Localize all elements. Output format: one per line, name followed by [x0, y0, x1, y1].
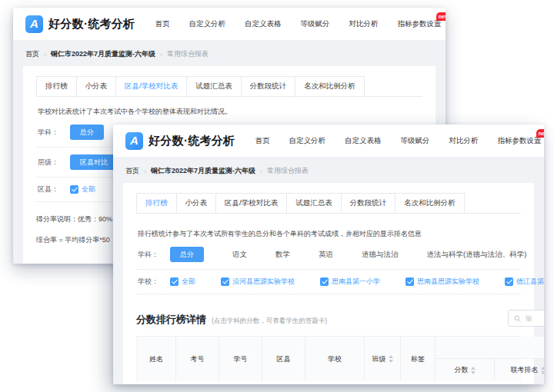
breadcrumb-exam[interactable]: 铜仁市2022年7月质量监测-六年级 — [151, 166, 255, 176]
report-tabbar: 排行榜 小分表 区县/学校对比表 试题汇总表 分数段统计 名次和比例分析 — [136, 193, 521, 214]
tab-small-score[interactable]: 小分表 — [76, 76, 116, 96]
subject-total-button[interactable]: 总分 — [170, 247, 204, 262]
subject-morality-science[interactable]: 道法与科学(道德与法治、科学) — [427, 250, 527, 260]
nav-item-custom-table[interactable]: 自定义表格 — [345, 136, 382, 146]
column-header-joint-rank-label: 联考排名 — [511, 365, 539, 375]
score-column-group: 分数 联考排名 — [436, 337, 544, 381]
app-logo-icon: A — [25, 15, 43, 33]
school-label-dejiang: 德江县第一 — [516, 277, 544, 287]
student-search-box[interactable] — [508, 310, 544, 327]
tab-description: 排行榜统计参与了本次考试所有学生的总分和各个单科的考试成绩，并相对应的显示排名信… — [138, 229, 519, 239]
tab-score-segment[interactable]: 分数段统计 — [341, 193, 395, 213]
nav-item-custom-analysis[interactable]: 自定义分析 — [189, 19, 225, 29]
app-logo-icon: A — [125, 132, 143, 150]
section-head: 分数排行榜详情 (点击学科的分数，可查看学生的答题卡) — [136, 313, 521, 327]
tab-ranking[interactable]: 排行榜 — [36, 76, 76, 96]
subject-math[interactable]: 数学 — [275, 250, 290, 260]
subject-label: 学科： — [38, 128, 70, 138]
main-nav: 首页 自定义分析 自定义表格 等级赋分 对比分析 指标参数设置 new — [255, 136, 541, 146]
breadcrumb-separator-icon: › — [260, 168, 262, 175]
breadcrumb-separator-icon: › — [44, 51, 46, 58]
sort-icon[interactable] — [471, 367, 476, 374]
breadcrumb: 首页 › 铜仁市2022年7月质量监测-六年级 › 常用综合报表 — [123, 164, 534, 176]
column-header-class-label: 班级 — [372, 354, 386, 364]
district-label: 区县： — [38, 184, 70, 194]
subject-english[interactable]: 英语 — [319, 250, 333, 260]
checkbox-checked-icon — [320, 277, 329, 286]
checkbox-checked-icon — [170, 277, 179, 286]
school-check-list: 全部 沿河县思源实验学校 思南县第一小学 思南县思源实验学校 — [170, 277, 544, 287]
school-label-sinan-first: 思南县第一小学 — [332, 277, 380, 287]
column-header-name: 姓名 — [137, 337, 176, 381]
search-input[interactable] — [524, 314, 544, 323]
column-header-joint-rank[interactable]: 联考排名 — [495, 359, 544, 381]
subject-total-button[interactable]: 总分 — [70, 125, 104, 140]
school-filter-row: 学校： 全部 沿河县思源实验学校 思南县第一小学 — [136, 270, 521, 294]
tab-question-summary[interactable]: 试题汇总表 — [186, 76, 241, 96]
breadcrumb-separator-icon: › — [144, 168, 146, 175]
new-badge: new — [536, 129, 544, 138]
nav-item-params[interactable]: 指标参数设置 new — [397, 19, 441, 29]
nav-item-compare[interactable]: 对比分析 — [349, 19, 378, 29]
breadcrumb: 首页 › 铜仁市2022年7月质量监测-六年级 › 常用综合报表 — [23, 48, 436, 59]
column-header-tag: 标签 — [401, 337, 436, 381]
column-header-class[interactable]: 班级 — [365, 337, 401, 381]
brand-title: 好分数·统考分析 — [149, 134, 235, 148]
column-header-score-label: 分数 — [455, 365, 469, 375]
nav-item-compare[interactable]: 对比分析 — [449, 136, 478, 146]
score-group-header — [436, 337, 544, 359]
checkbox-checked-icon — [405, 277, 414, 286]
tab-rank-ratio[interactable]: 名次和比例分析 — [295, 76, 365, 96]
tab-question-summary[interactable]: 试题汇总表 — [286, 193, 341, 213]
logo-letter: A — [130, 134, 138, 147]
tab-rank-ratio[interactable]: 名次和比例分析 — [395, 193, 465, 213]
nav-item-custom-table[interactable]: 自定义表格 — [245, 19, 282, 29]
school-all-label: 全部 — [182, 277, 195, 287]
district-all-label: 全部 — [82, 184, 95, 194]
nav-item-grade-assign[interactable]: 等级赋分 — [300, 19, 329, 29]
page-body: 首页 › 铜仁市2022年7月质量监测-六年级 › 常用综合报表 排行榜 小分表… — [113, 157, 544, 384]
school-checkbox-dejiang[interactable]: 德江县第一 — [505, 277, 544, 287]
tab-small-score[interactable]: 小分表 — [176, 193, 216, 213]
school-all-checkbox[interactable]: 全部 — [170, 277, 195, 287]
score-group-subheader: 分数 联考排名 — [436, 359, 544, 381]
school-checkbox-sinan-first[interactable]: 思南县第一小学 — [320, 277, 380, 287]
report-tabbar: 排行榜 小分表 区县/学校对比表 试题汇总表 分数段统计 名次和比例分析 — [36, 76, 422, 97]
breadcrumb-home[interactable]: 首页 — [25, 49, 39, 59]
subject-chinese[interactable]: 语文 — [232, 250, 247, 260]
subject-list: 总分 语文 数学 英语 道德与法治 道法与科学(道德与法治、科学) — [170, 247, 526, 262]
school-checkbox-yanhe[interactable]: 沿河县思源实验学校 — [221, 277, 295, 287]
tab-ranking[interactable]: 排行榜 — [136, 193, 176, 213]
nav-item-home[interactable]: 首页 — [255, 136, 269, 146]
tab-district-school-compare[interactable]: 区县/学校对比表 — [115, 76, 186, 96]
level-district-compare-button[interactable]: 区县对比 — [70, 154, 118, 170]
breadcrumb-home[interactable]: 首页 — [125, 166, 139, 176]
nav-item-params[interactable]: 指标参数设置 new — [497, 136, 541, 146]
subject-morality[interactable]: 道德与法治 — [362, 250, 399, 260]
nav-item-home[interactable]: 首页 — [155, 19, 169, 29]
school-label: 学校： — [138, 277, 170, 287]
subject-label: 学科： — [138, 250, 170, 260]
district-all-checkbox[interactable]: 全部 — [70, 184, 95, 194]
section-note: (点击学科的分数，可查看学生的答题卡) — [212, 317, 327, 326]
window-ranking: A 好分数·统考分析 首页 自定义分析 自定义表格 等级赋分 对比分析 指标参数… — [113, 125, 544, 384]
logo-letter: A — [30, 17, 38, 30]
nav-item-grade-assign[interactable]: 等级赋分 — [400, 136, 429, 146]
subject-filter-row: 学科： 总分 语文 数学 英语 道德与法治 道法与科学(道德与法治、科学) — [136, 240, 521, 270]
sort-icon[interactable] — [541, 367, 545, 374]
breadcrumb-current: 常用综合报表 — [167, 49, 209, 59]
column-header-score[interactable]: 分数 — [436, 359, 495, 381]
school-label-sinan-siyuan: 思南县思源实验学校 — [417, 277, 479, 287]
sort-icon[interactable] — [389, 355, 393, 363]
brand-title: 好分数·统考分析 — [48, 17, 135, 32]
nav-item-custom-analysis[interactable]: 自定义分析 — [289, 136, 325, 146]
checkbox-checked-icon — [221, 277, 229, 286]
school-label-yanhe: 沿河县思源实验学校 — [232, 277, 295, 287]
main-nav: 首页 自定义分析 自定义表格 等级赋分 对比分析 指标参数设置 new — [155, 19, 441, 29]
nav-item-params-label: 指标参数设置 — [397, 19, 441, 28]
tab-score-segment[interactable]: 分数段统计 — [241, 76, 295, 96]
breadcrumb-exam[interactable]: 铜仁市2022年7月质量监测-六年级 — [51, 49, 155, 59]
school-checkbox-sinan-siyuan[interactable]: 思南县思源实验学校 — [405, 277, 479, 287]
section-title: 分数排行榜详情 — [136, 313, 206, 327]
tab-district-school-compare[interactable]: 区县/学校对比表 — [215, 193, 286, 213]
